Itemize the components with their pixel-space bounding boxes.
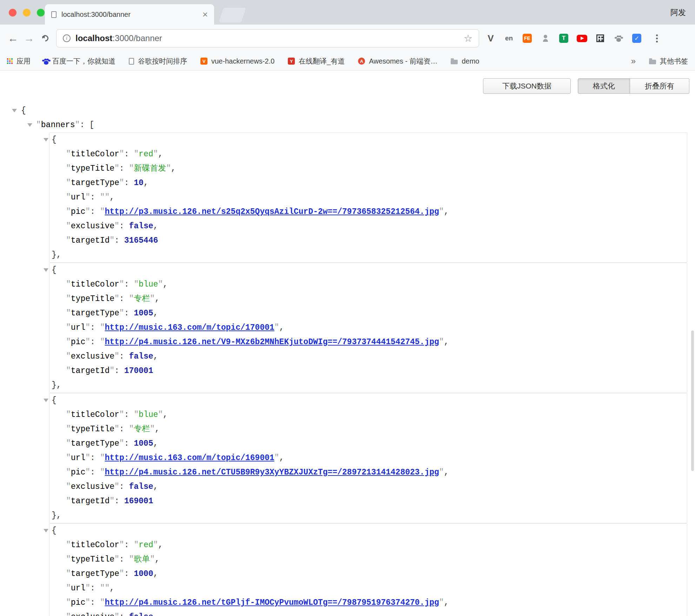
awesomes-icon: A	[358, 58, 365, 65]
json-line: "targetId": 169001	[49, 494, 687, 509]
bookmark-awesomes[interactable]: AAwesomes - 前端资…	[358, 57, 437, 66]
json-object-box: {"titleColor": "red","typeTitle": "新碟首发"…	[49, 132, 687, 263]
url-path: :3000/banner	[112, 33, 162, 43]
collapse-toggle-icon[interactable]	[44, 268, 48, 272]
json-line: {	[49, 133, 687, 147]
json-object-box: {"titleColor": "blue","typeTitle": "专栏",…	[49, 393, 687, 523]
json-page-toolbar: 下载JSON数据 格式化 折叠所有	[0, 71, 695, 94]
json-line: "url": "http://music.163.com/m/topic/169…	[49, 451, 687, 465]
collapse-toggle-icon[interactable]	[44, 529, 48, 532]
json-line: "targetType": 10,	[49, 176, 687, 190]
json-line: },	[49, 248, 687, 262]
json-line: "banners": [	[0, 118, 695, 132]
json-line: "pic": "http://p3.music.126.net/s25q2x5Q…	[49, 205, 687, 219]
blue-shield-extension-icon[interactable]: ✓	[631, 33, 642, 44]
format-button[interactable]: 格式化	[578, 78, 630, 94]
back-button[interactable]: ←	[5, 32, 21, 44]
json-line: "exclusive": false,	[49, 349, 687, 364]
collapse-toggle-icon[interactable]	[44, 399, 48, 402]
green-shield-extension-icon[interactable]: T	[558, 33, 569, 44]
browser-menu-button[interactable]	[650, 33, 660, 44]
json-line: "typeTitle": "新碟首发",	[49, 162, 687, 176]
navigation-toolbar: ← → i localhost:3000/banner ☆ V en FE T …	[0, 25, 695, 52]
reload-icon	[41, 34, 49, 42]
tab-strip: localhost:3000/banner × 阿发	[0, 0, 695, 25]
bookmark-google-sort[interactable]: 谷歌按时间排序	[129, 57, 187, 66]
youdao-icon: Y	[288, 58, 295, 65]
url-host: localhost	[75, 33, 112, 43]
address-bar[interactable]: i localhost:3000/banner ☆	[56, 29, 479, 47]
apps-grid-icon	[7, 58, 13, 64]
page-info-icon[interactable]: i	[63, 34, 71, 42]
bookmarks-overflow-icon[interactable]: »	[631, 56, 636, 66]
json-object-box: {"titleColor": "blue","typeTitle": "专栏",…	[49, 263, 687, 393]
bookmark-vue-hackernews[interactable]: Vvue-hackernews-2.0	[200, 57, 274, 65]
bookmark-others-folder[interactable]: 其他书签	[649, 57, 688, 66]
json-line: "titleColor": "blue",	[49, 277, 687, 292]
fehelper-extension-icon[interactable]: FE	[522, 33, 532, 44]
bookmark-star-icon[interactable]: ☆	[464, 33, 472, 44]
page-favicon-icon	[51, 11, 57, 18]
json-line: "typeTitle": "歌单",	[49, 552, 687, 567]
json-line: "exclusive": false,	[49, 480, 687, 494]
bookmarks-bar: 应用 百度一下，你就知道 谷歌按时间排序 Vvue-hackernews-2.0…	[0, 52, 695, 71]
folder-icon	[649, 60, 656, 64]
json-line: "targetType": 1005,	[49, 306, 687, 321]
forward-button[interactable]: →	[21, 32, 37, 44]
json-link[interactable]: http://p3.music.126.net/s25q2x5QyqsAzilC…	[105, 207, 439, 216]
collapse-toggle-icon[interactable]	[12, 109, 17, 112]
bookmark-baidu[interactable]: 百度一下，你就知道	[44, 57, 115, 66]
json-line: "pic": "http://p4.music.126.net/V9-MXz6b…	[49, 335, 687, 349]
json-line: "titleColor": "red",	[49, 538, 687, 552]
close-window-button[interactable]	[9, 9, 16, 17]
json-line: {	[0, 104, 695, 118]
people-extension-icon[interactable]	[540, 33, 551, 44]
tab-title: localhost:3000/banner	[61, 11, 131, 19]
page-icon	[129, 58, 134, 65]
json-line: "url": "",	[49, 581, 687, 596]
json-line: "typeTitle": "专栏",	[49, 422, 687, 437]
scrollbar[interactable]	[690, 71, 695, 616]
qrcode-extension-icon[interactable]	[595, 33, 605, 44]
bookmark-apps[interactable]: 应用	[7, 57, 31, 66]
json-line: "typeTitle": "专栏",	[49, 292, 687, 306]
format-button-group: 格式化 折叠所有	[578, 78, 689, 94]
json-link[interactable]: http://p4.music.126.net/CTU5B9R9y3XyYBZX…	[105, 468, 439, 477]
json-link[interactable]: http://p4.music.126.net/V9-MXz6b2MNhEKju…	[105, 338, 439, 347]
bookmark-youdao[interactable]: Y在线翻译_有道	[288, 57, 345, 66]
zoom-window-button[interactable]	[37, 9, 45, 17]
json-line: "pic": "http://p4.music.126.net/tGPljf-I…	[49, 596, 687, 610]
bookmark-demo-folder[interactable]: demo	[451, 57, 479, 65]
youtube-extension-icon[interactable]	[577, 33, 587, 44]
url-text[interactable]: localhost:3000/banner	[75, 33, 162, 43]
json-link[interactable]: http://p4.music.126.net/tGPljf-IMOCyPvum…	[105, 598, 439, 607]
json-line: {	[49, 393, 687, 408]
json-line: "titleColor": "red",	[49, 147, 687, 162]
json-line: "targetId": 3165446	[49, 234, 687, 248]
json-line: },	[49, 509, 687, 523]
json-link[interactable]: http://music.163.com/m/topic/170001	[105, 323, 274, 332]
new-tab-button[interactable]	[219, 8, 246, 22]
json-tree: {"banners": [{"titleColor": "red","typeT…	[0, 104, 695, 616]
folder-icon	[451, 60, 458, 64]
minimize-window-button[interactable]	[23, 9, 31, 17]
collapse-all-button[interactable]: 折叠所有	[630, 78, 689, 94]
menu-dots-icon	[656, 38, 658, 39]
tab-close-icon[interactable]: ×	[203, 10, 208, 19]
profile-name[interactable]: 阿发	[670, 7, 686, 18]
vimium-extension-icon[interactable]: V	[485, 33, 496, 44]
scrollbar-thumb[interactable]	[691, 330, 694, 471]
json-line: "titleColor": "blue",	[49, 408, 687, 422]
collapse-toggle-icon[interactable]	[44, 138, 48, 142]
reload-button[interactable]	[37, 35, 53, 41]
json-link[interactable]: http://music.163.com/m/topic/169001	[105, 453, 274, 463]
paw-extension-icon[interactable]	[613, 33, 624, 44]
json-line: {	[49, 524, 687, 538]
download-json-button[interactable]: 下载JSON数据	[483, 78, 571, 94]
browser-tab[interactable]: localhost:3000/banner ×	[45, 4, 214, 25]
extension-icons: V en FE T ✓	[485, 33, 660, 44]
json-line: "url": "http://music.163.com/m/topic/170…	[49, 321, 687, 335]
translate-extension-icon[interactable]: en	[504, 33, 514, 44]
collapse-toggle-icon[interactable]	[27, 123, 32, 127]
json-line: "url": "",	[49, 190, 687, 205]
